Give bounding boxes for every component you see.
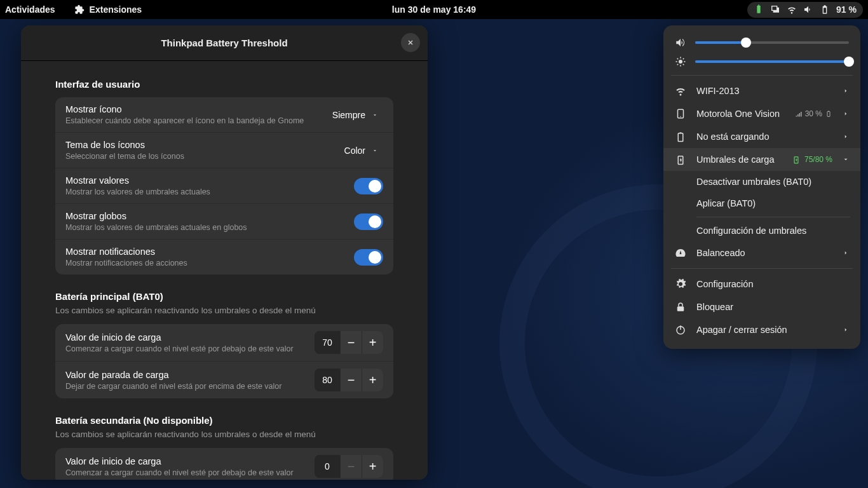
row-icon-theme: Tema de los íconos Seleccionar el tema d… — [55, 133, 393, 168]
wifi-icon — [787, 4, 797, 15]
battery-icon — [820, 4, 830, 15]
bat0-start-desc: Comenzar a cargar cuando el nivel esté p… — [65, 344, 315, 353]
puzzle-icon — [74, 4, 85, 15]
threshold-icon — [675, 154, 686, 165]
row-bat0-stop: Valor de parada de carga Dejar de cargar… — [55, 362, 393, 398]
close-icon — [407, 39, 414, 46]
threshold-tray-icon — [754, 4, 764, 16]
lock-label: Bloquear — [696, 302, 849, 312]
show-icon-dropdown[interactable]: Siempre — [327, 106, 383, 124]
power-item[interactable]: Apagar / cerrar sesión — [663, 318, 860, 341]
bluetooth-device-icon — [675, 108, 686, 119]
clock[interactable]: lun 30 de may 16:49 — [392, 4, 476, 15]
bat1-start-plus-button[interactable]: + — [362, 455, 383, 478]
bat0-start-plus-button[interactable]: + — [362, 331, 383, 354]
lock-item[interactable]: Bloquear — [663, 295, 860, 318]
bat1-start-spinbox: 0 − + — [315, 455, 383, 478]
ui-group: Mostrar ícono Establecer cuándo debe apa… — [55, 97, 393, 274]
svg-rect-9 — [677, 306, 684, 311]
extensions-label: Extensiones — [90, 4, 142, 15]
power-mode-item[interactable]: Balanceado — [663, 241, 860, 264]
threshold-badge-icon — [792, 155, 801, 164]
svg-point-2 — [680, 116, 681, 118]
bat0-stop-plus-button[interactable]: + — [362, 369, 383, 391]
extensions-button[interactable]: Extensiones — [74, 4, 142, 15]
chevron-down-icon — [843, 156, 849, 163]
brightness-slider[interactable] — [695, 60, 849, 63]
show-notifications-desc: Mostrar notificaciones de acciones — [65, 259, 354, 268]
bat0-start-value[interactable]: 70 — [315, 331, 340, 354]
wifi-icon — [675, 85, 686, 97]
bat1-start-label: Valor de inicio de carga — [65, 456, 315, 466]
chevron-right-icon — [843, 133, 849, 140]
show-icon-desc: Establecer cuándo debe aparecer el ícono… — [65, 116, 327, 125]
show-icon-value: Siempre — [332, 110, 365, 120]
icon-theme-dropdown[interactable]: Color — [339, 142, 383, 159]
bat0-stop-value[interactable]: 80 — [315, 369, 340, 391]
section-bat1-sub: Los cambios se aplicarán reactivando los… — [55, 430, 393, 439]
brightness-row — [663, 52, 860, 71]
show-values-toggle[interactable] — [354, 178, 383, 194]
bluetooth-meta: 30 % — [795, 109, 832, 118]
svg-rect-5 — [678, 133, 683, 142]
chevron-down-icon — [372, 112, 378, 118]
show-notifications-label: Mostrar notificaciones — [65, 247, 354, 257]
disable-thresholds-item[interactable]: Desactivar umbrales (BAT0) — [663, 171, 860, 193]
section-bat1-heading: Batería secundaria (No disponible) — [55, 415, 393, 426]
show-values-desc: Mostrar los valores de umbrales actuales — [65, 187, 354, 196]
wifi-item[interactable]: WIFI-2013 — [663, 79, 860, 102]
bat1-group: Valor de inicio de carga Comenzar a carg… — [55, 448, 393, 480]
bat0-stop-minus-button[interactable]: − — [340, 369, 362, 391]
apply-thresholds-item[interactable]: Aplicar (BAT0) — [663, 193, 860, 214]
bluetooth-label: Motorola One Vision — [696, 109, 785, 119]
power-icon — [675, 324, 686, 336]
bat0-start-spinbox: 70 − + — [315, 331, 383, 354]
show-balloons-desc: Mostrar los valores de umbrales actuales… — [65, 223, 354, 232]
system-menu: WIFI-2013 Motorola One Vision 30 % No es… — [663, 25, 860, 349]
icon-theme-desc: Seleccionar el tema de los íconos — [65, 152, 339, 161]
dialog-header: Thinkpad Battery Threshold — [21, 25, 428, 61]
icon-theme-value: Color — [344, 146, 365, 156]
power-label: Apagar / cerrar sesión — [696, 325, 832, 335]
icon-theme-label: Tema de los íconos — [65, 140, 339, 150]
battery-icon — [675, 131, 686, 142]
section-bat0-sub: Los cambios se aplicarán reactivando los… — [55, 306, 393, 315]
bat1-start-value[interactable]: 0 — [315, 455, 340, 478]
lock-icon — [675, 301, 686, 313]
row-bat1-start: Valor de inicio de carga Comenzar a carg… — [55, 448, 393, 480]
volume-icon — [803, 4, 813, 15]
chevron-down-icon — [372, 147, 378, 154]
separator — [671, 75, 853, 76]
chevron-right-icon — [843, 111, 849, 117]
row-show-values: Mostrar valores Mostrar los valores de u… — [55, 168, 393, 204]
volume-slider[interactable] — [695, 41, 849, 44]
show-notifications-toggle[interactable] — [354, 249, 383, 266]
top-bar: Actividades Extensiones lun 30 de may 16… — [0, 0, 868, 19]
dialog-title: Thinkpad Battery Threshold — [161, 37, 287, 48]
activities-button[interactable]: Actividades — [5, 4, 55, 15]
svg-point-0 — [679, 60, 682, 64]
bat1-start-desc: Comenzar a cargar cuando el nivel esté p… — [65, 468, 315, 477]
row-show-icon: Mostrar ícono Establecer cuándo debe apa… — [55, 97, 393, 133]
close-button[interactable] — [401, 33, 420, 52]
show-balloons-toggle[interactable] — [354, 214, 383, 230]
bluetooth-item[interactable]: Motorola One Vision 30 % — [663, 102, 860, 125]
gear-icon — [675, 278, 686, 290]
screen-icon — [770, 4, 780, 15]
thresholds-item[interactable]: Umbrales de carga 75/80 % — [663, 148, 860, 171]
settings-item[interactable]: Configuración — [663, 273, 860, 295]
power-mode-label: Balanceado — [696, 248, 832, 258]
settings-label: Configuración — [696, 279, 849, 289]
row-show-notifications: Mostrar notificaciones Mostrar notificac… — [55, 240, 393, 274]
config-thresholds-item[interactable]: Configuración de umbrales — [696, 217, 850, 241]
charge-status-item[interactable]: No está cargando — [663, 125, 860, 148]
system-tray[interactable]: 91 % — [747, 2, 863, 18]
brightness-icon — [675, 56, 686, 67]
chevron-right-icon — [843, 327, 849, 333]
svg-rect-6 — [680, 132, 682, 133]
separator — [671, 268, 853, 269]
bat0-group: Valor de inicio de carga Comenzar a carg… — [55, 324, 393, 398]
volume-row — [663, 33, 860, 52]
bat0-start-minus-button[interactable]: − — [340, 331, 362, 354]
dialog-body[interactable]: Interfaz de usuario Mostrar ícono Establ… — [21, 61, 428, 480]
